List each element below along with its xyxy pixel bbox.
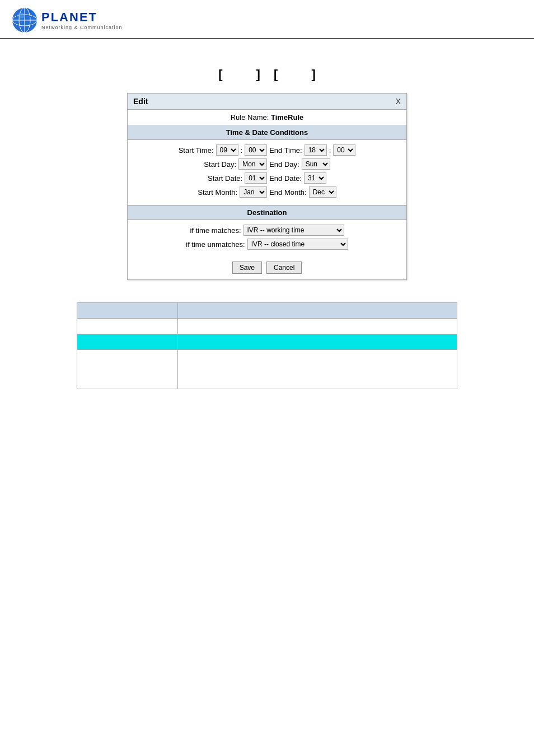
- end-time-label: End Time:: [269, 146, 302, 155]
- table-cell: [178, 319, 457, 334]
- start-month-label: Start Month:: [198, 188, 237, 197]
- rule-name-value: TimeRule: [271, 113, 303, 122]
- table-cell: [77, 319, 178, 334]
- nav-group-2: ] [: [256, 67, 278, 82]
- start-time-hour-select[interactable]: 09 00010203 04050607 08101112 13141516 1…: [216, 144, 238, 156]
- table-cell: [178, 350, 457, 389]
- start-time-label: Start Time:: [179, 146, 214, 155]
- table-cell: [77, 350, 178, 389]
- table-row: [77, 334, 457, 350]
- time-date-section: Start Time: 09 00010203 04050607 0810111…: [128, 140, 406, 206]
- edit-dialog: Edit X Rule Name: TimeRule Time & Date C…: [127, 93, 407, 280]
- bracket1-close: ]: [256, 67, 260, 82]
- dialog-header: Edit X: [128, 94, 406, 110]
- end-month-label: End Month:: [269, 188, 307, 197]
- rule-name-label: Rule Name:: [231, 113, 269, 122]
- end-month-select[interactable]: Dec JanFebMarApr MayJunJulAug SepOctNov: [309, 186, 336, 198]
- table-cell: [178, 303, 457, 319]
- month-row: Start Month: JanFebMarApr MayJunJulAug S…: [133, 186, 401, 198]
- table-cell: [77, 303, 178, 319]
- nav-group-3: ]: [311, 67, 315, 82]
- start-day-select[interactable]: MonTueWedThu FriSatSun: [238, 158, 267, 170]
- table-cell: [77, 334, 178, 350]
- start-time-min-select[interactable]: 00153045: [245, 144, 267, 156]
- logo: PLANET Networking & Communication: [11, 7, 123, 34]
- if-unmatches-label: if time unmatches:: [186, 240, 245, 249]
- time-row: Start Time: 09 00010203 04050607 0810111…: [133, 144, 401, 156]
- time-date-section-header: Time & Date Conditions: [128, 125, 406, 140]
- if-matches-row: if time matches: IVR -- working time IVR…: [133, 225, 401, 236]
- cancel-button[interactable]: Cancel: [266, 262, 302, 274]
- nav-group-1: [: [218, 67, 222, 82]
- bracket2-close: ]: [311, 67, 315, 82]
- table-cell: [178, 334, 457, 350]
- dialog-close-button[interactable]: X: [396, 97, 401, 106]
- destination-section-header: Destination: [128, 206, 406, 220]
- table-row: [77, 319, 457, 334]
- main-content: [ ] [ ] Edit X Rule Name: TimeRule Time …: [0, 39, 534, 400]
- rule-name-row: Rule Name: TimeRule: [128, 110, 406, 125]
- dialog-title: Edit: [133, 97, 148, 106]
- logo-globe-icon: [11, 7, 38, 34]
- end-date-select[interactable]: 31 0102030405 0607080910 1112131415 1617…: [304, 172, 326, 184]
- start-month-select[interactable]: JanFebMarApr MayJunJulAug SepOctNovDec: [240, 186, 267, 198]
- bracket1-open: [: [218, 67, 222, 82]
- if-unmatches-row: if time unmatches: IVR -- closed time IV…: [133, 239, 401, 250]
- destination-section: if time matches: IVR -- working time IVR…: [128, 220, 406, 257]
- if-unmatches-select[interactable]: IVR -- closed time IVR -- working time: [247, 239, 348, 250]
- colon1: :: [241, 146, 243, 155]
- date-row: Start Date: 0102030405 0607080910 111213…: [133, 172, 401, 184]
- start-date-label: Start Date:: [208, 174, 242, 183]
- end-time-hour-select[interactable]: 18 00010203 04050607 08091011 12131415 1…: [305, 144, 327, 156]
- start-day-label: Start Day:: [204, 160, 236, 169]
- end-day-select[interactable]: SunMonTueWed ThuFriSat: [302, 158, 330, 170]
- end-time-min-select[interactable]: 00153045: [333, 144, 355, 156]
- header: PLANET Networking & Communication: [0, 0, 534, 39]
- end-day-label: End Day:: [269, 160, 299, 169]
- svg-point-5: [17, 13, 25, 18]
- table-row: [77, 350, 457, 389]
- nav-indicators: [ ] [ ]: [22, 67, 512, 82]
- table-container: [77, 302, 457, 389]
- colon2: :: [329, 146, 331, 155]
- data-table: [77, 302, 457, 389]
- save-button[interactable]: Save: [232, 262, 262, 274]
- table-row: [77, 303, 457, 319]
- if-matches-label: if time matches:: [190, 226, 241, 235]
- logo-text: PLANET Networking & Communication: [41, 10, 123, 30]
- bracket2-open: [: [274, 67, 278, 82]
- dialog-buttons: Save Cancel: [128, 257, 406, 279]
- logo-subtitle-label: Networking & Communication: [41, 25, 123, 30]
- end-date-label: End Date:: [269, 174, 302, 183]
- start-date-select[interactable]: 0102030405 0607080910 1112131415 1617181…: [245, 172, 267, 184]
- logo-planet-label: PLANET: [41, 10, 123, 25]
- if-matches-select[interactable]: IVR -- working time IVR -- closed time: [243, 225, 344, 236]
- day-row: Start Day: MonTueWedThu FriSatSun End Da…: [133, 158, 401, 170]
